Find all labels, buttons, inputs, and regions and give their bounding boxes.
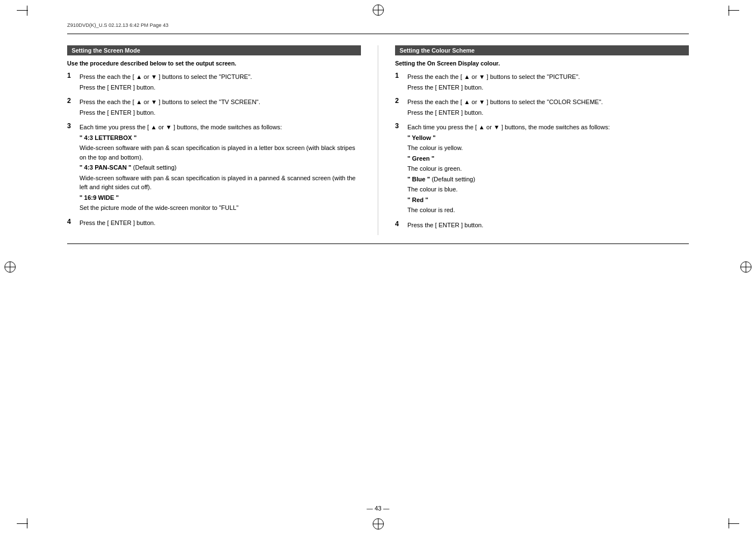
step-text: Each time you press the [ ▲ or ▼ ] butto… xyxy=(407,123,689,132)
step-subitem-label: " 4:3 PAN-SCAN " (Default setting) xyxy=(79,163,361,172)
page-container: Z910DVD(K)_U.S 02.12.13 6:42 PM Page 43 … xyxy=(0,0,756,534)
step-subitem-label: " 16:9 WIDE " xyxy=(79,193,361,203)
step-text: Press the each the [ ▲ or ▼ ] buttons to… xyxy=(407,97,689,107)
step-subitem-text: The colour is blue. xyxy=(407,185,689,194)
crop-mark xyxy=(27,6,27,16)
crop-mark xyxy=(27,518,27,528)
crop-mark xyxy=(17,523,28,524)
header-meta: Z910DVD(K)_U.S 02.12.13 6:42 PM Page 43 xyxy=(67,17,722,28)
left-step-4: 4 Press the [ ENTER ] button. xyxy=(67,218,361,229)
step-subitem-text: Wide-screen software with pan & scan spe… xyxy=(79,143,361,162)
step-number: 4 xyxy=(67,218,77,226)
left-step-2: 2 Press the each the [ ▲ or ▼ ] buttons … xyxy=(67,97,361,118)
right-column: Setting the Colour Scheme Setting the On… xyxy=(378,45,689,235)
step-number: 3 xyxy=(67,122,77,130)
step-number: 2 xyxy=(67,97,77,105)
step-content: Press the each the [ ▲ or ▼ ] buttons to… xyxy=(79,97,361,118)
left-step-3: 3 Each time you press the [ ▲ or ▼ ] but… xyxy=(67,123,361,214)
step-subitem-label: " Yellow " xyxy=(407,133,689,143)
right-step-4: 4 Press the [ ENTER ] button. xyxy=(395,221,689,231)
step-subitem-label: " Red " xyxy=(407,195,689,205)
content-area: Setting the Screen Mode Use the procedur… xyxy=(67,34,689,235)
step-number: 4 xyxy=(395,220,405,228)
step-text: Press the [ ENTER ] button. xyxy=(407,108,689,118)
bottom-rule xyxy=(67,243,689,244)
step-text: Press the [ ENTER ] button. xyxy=(407,83,689,92)
step-subitem-text: The colour is red. xyxy=(407,205,689,215)
crop-mark xyxy=(728,10,739,11)
crop-mark xyxy=(729,518,729,528)
right-step-2: 2 Press the each the [ ▲ or ▼ ] buttons … xyxy=(395,97,689,118)
step-text: Press the [ ENTER ] button. xyxy=(79,83,361,92)
step-subitem-label: " 4:3 LETTERBOX " xyxy=(79,133,361,143)
step-subitem-label: " Green " xyxy=(407,154,689,163)
step-subitem-text: Wide-screen software with pan & scan spe… xyxy=(79,174,361,192)
step-content: Press the each the [ ▲ or ▼ ] buttons to… xyxy=(407,97,689,118)
right-step-1: 1 Press the each the [ ▲ or ▼ ] buttons … xyxy=(395,72,689,93)
right-step-list: 1 Press the each the [ ▲ or ▼ ] buttons … xyxy=(395,72,689,231)
step-content: Each time you press the [ ▲ or ▼ ] butto… xyxy=(79,123,361,214)
page-footer: — 43 — xyxy=(367,505,389,512)
left-step-list: 1 Press the each the [ ▲ or ▼ ] buttons … xyxy=(67,72,361,228)
right-section-subtitle: Setting the On Screen Display colour. xyxy=(395,60,689,67)
step-content: Press the each the [ ▲ or ▼ ] buttons to… xyxy=(407,72,689,93)
step-subitem-text: Set the picture mode of the wide-screen … xyxy=(79,203,361,213)
step-content: Each time you press the [ ▲ or ▼ ] butto… xyxy=(407,123,689,216)
step-subitem-label: " Blue " (Default setting) xyxy=(407,175,689,184)
step-subitem-text: The colour is green. xyxy=(407,164,689,174)
left-section-title: Setting the Screen Mode xyxy=(67,45,361,55)
right-section-title: Setting the Colour Scheme xyxy=(395,45,689,55)
crop-mark xyxy=(17,10,28,11)
registration-mark-left xyxy=(4,261,16,273)
step-content: Press the [ ENTER ] button. xyxy=(79,218,361,229)
step-text: Press the each the [ ▲ or ▼ ] buttons to… xyxy=(407,72,689,82)
step-text: Press the [ ENTER ] button. xyxy=(79,108,361,118)
step-content: Press the each the [ ▲ or ▼ ] buttons to… xyxy=(79,72,361,93)
step-content: Press the [ ENTER ] button. xyxy=(407,221,689,231)
left-section-subtitle: Use the procedure described below to set… xyxy=(67,60,361,67)
crop-mark xyxy=(728,523,739,524)
step-number: 2 xyxy=(395,97,405,105)
step-number: 3 xyxy=(395,122,405,130)
crop-mark xyxy=(729,6,729,16)
registration-mark-top xyxy=(373,4,384,16)
step-text: Press the [ ENTER ] button. xyxy=(79,218,361,228)
registration-mark-right xyxy=(740,261,752,273)
registration-mark-bottom xyxy=(373,518,384,530)
step-text: Each time you press the [ ▲ or ▼ ] butto… xyxy=(79,123,361,132)
step-number: 1 xyxy=(67,72,77,79)
step-text: Press the [ ENTER ] button. xyxy=(407,221,689,230)
step-number: 1 xyxy=(395,72,405,79)
right-step-3: 3 Each time you press the [ ▲ or ▼ ] but… xyxy=(395,123,689,216)
step-text: Press the each the [ ▲ or ▼ ] buttons to… xyxy=(79,72,361,82)
left-step-1: 1 Press the each the [ ▲ or ▼ ] buttons … xyxy=(67,72,361,93)
left-column: Setting the Screen Mode Use the procedur… xyxy=(67,45,378,235)
step-text: Press the each the [ ▲ or ▼ ] buttons to… xyxy=(79,97,361,107)
step-subitem-text: The colour is yellow. xyxy=(407,143,689,153)
